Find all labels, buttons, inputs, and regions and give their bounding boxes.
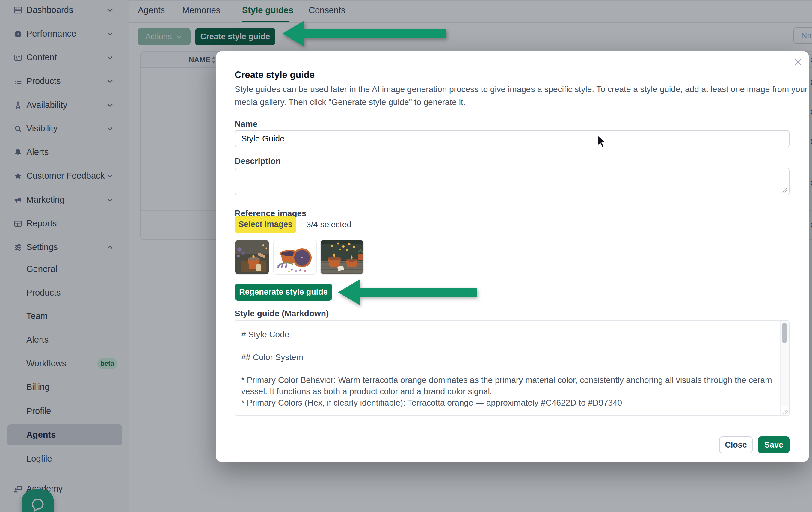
markdown-content: # Style Code ## Color System * Primary C… bbox=[241, 329, 772, 410]
save-button[interactable]: Save bbox=[758, 436, 789, 453]
regenerate-style-guide-button[interactable]: Regenerate style guide bbox=[235, 284, 332, 301]
scrollbar-track[interactable] bbox=[780, 321, 789, 406]
reference-image-thumbnail-3[interactable] bbox=[320, 240, 364, 275]
style-guide-name-input[interactable] bbox=[235, 130, 789, 147]
selected-count-text: 3/4 selected bbox=[306, 220, 351, 229]
close-icon[interactable] bbox=[792, 56, 804, 68]
resize-handle-icon[interactable] bbox=[780, 406, 789, 416]
style-guide-markdown-textarea[interactable]: # Style Code ## Color System * Primary C… bbox=[235, 320, 789, 416]
scrollbar-thumb[interactable] bbox=[782, 323, 787, 343]
reference-image-thumbnail-1[interactable] bbox=[235, 240, 269, 275]
close-button[interactable]: Close bbox=[719, 436, 753, 453]
select-images-button[interactable]: Select images bbox=[235, 216, 296, 233]
app-root: Dashboards Performance Content Products bbox=[0, 0, 812, 512]
resize-handle-icon[interactable] bbox=[781, 187, 788, 194]
style-guide-markdown-label: Style guide (Markdown) bbox=[235, 309, 329, 318]
modal-title: Create style guide bbox=[235, 69, 315, 80]
name-label: Name bbox=[235, 119, 257, 129]
annotation-arrow-regenerate-button bbox=[337, 278, 478, 307]
reference-image-thumbnail-2[interactable] bbox=[273, 240, 317, 275]
style-guide-description-textarea[interactable] bbox=[235, 168, 789, 195]
annotation-arrow-create-button bbox=[281, 20, 448, 48]
modal-description: Style guides can be used later in the AI… bbox=[235, 83, 808, 109]
mouse-cursor bbox=[596, 135, 608, 149]
description-label: Description bbox=[235, 157, 281, 166]
create-style-guide-modal: Create style guide Style guides can be u… bbox=[216, 51, 809, 462]
